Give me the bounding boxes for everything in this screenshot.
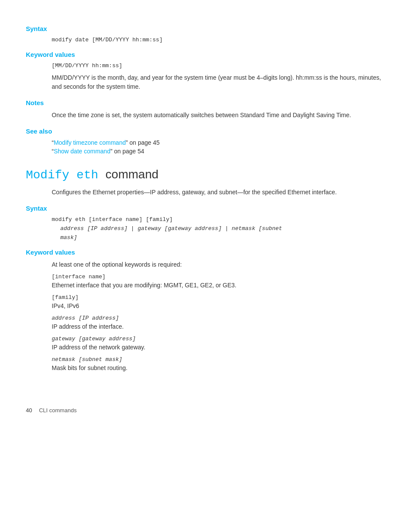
- syntax-section-eth: Syntax modify eth [interface name] [fami…: [26, 205, 385, 241]
- kw-address-code-text: address [IP address]: [52, 315, 119, 321]
- kw-gateway-desc: IP address of the network gateway.: [52, 343, 385, 352]
- keyword-values-section-top: Keyword values [MM/DD/YYYY hh:mm:ss] MM/…: [26, 51, 385, 91]
- notes-section: Notes Once the time zone is set, the sys…: [26, 99, 385, 120]
- kw-gateway-code: gateway [gateway address]: [52, 335, 385, 342]
- notes-body: Once the time zone is set, the system au…: [52, 111, 385, 120]
- see-also-item-2: “Show date command” on page 54: [52, 148, 385, 155]
- keyword-values-section-eth: Keyword values At least one of the optio…: [26, 249, 385, 373]
- footer-page-number: 40: [26, 407, 32, 414]
- footer: 40 CLI commands: [26, 407, 385, 414]
- kw-netmask-code: netmask [subnet mask]: [52, 355, 385, 363]
- syntax-heading-top: Syntax: [26, 25, 385, 32]
- see-also-page-1: ” on page 45: [126, 139, 160, 146]
- notes-heading: Notes: [26, 99, 385, 106]
- kw-address-desc: IP address of the interface.: [52, 322, 385, 331]
- footer-label: CLI commands: [39, 407, 76, 414]
- syntax-code-eth-line3: mask]: [60, 234, 385, 241]
- kw-family-code: [family]: [52, 293, 385, 301]
- see-also-link-1[interactable]: Modify timezone command: [54, 139, 126, 146]
- heading-code-part: Modify eth: [26, 168, 98, 182]
- syntax-code-eth-line2: address [IP address] | gateway [gateway …: [60, 225, 385, 232]
- see-also-page-2: ” on page 54: [110, 148, 144, 155]
- syntax-code-top: modify date [MM/DD/YYYY hh:mm:ss]: [52, 37, 385, 43]
- see-also-link-2[interactable]: Show date command: [54, 148, 111, 155]
- see-also-section: See also “Modify timezone command” on pa…: [26, 128, 385, 155]
- main-command-intro: Configures the Ethernet properties—IP ad…: [52, 188, 385, 197]
- keyword-values-body-top: MM/DD/YYYY is the month, day, and year f…: [52, 73, 385, 91]
- see-also-heading: See also: [26, 128, 385, 135]
- main-command-section: Modify eth command Configures the Ethern…: [26, 168, 385, 197]
- keyword-values-heading-eth: Keyword values: [26, 249, 385, 256]
- kw-family-desc: IPv4, IPv6: [52, 302, 385, 311]
- keyword-values-heading-top: Keyword values: [26, 51, 385, 58]
- kw-interface-code-text: [interface name]: [52, 274, 106, 280]
- kw-netmask-code-text: netmask [subnet mask]: [52, 356, 122, 363]
- heading-regular-part: command: [106, 168, 159, 181]
- syntax-heading-eth: Syntax: [26, 205, 385, 212]
- syntax-code-eth-line1: modify eth [interface name] [family]: [52, 216, 385, 223]
- main-command-heading: Modify eth command: [26, 168, 385, 182]
- kw-interface-name-desc: Ethernet interface that you are modifyin…: [52, 281, 385, 290]
- kw-netmask-desc: Mask bits for subnet routing.: [52, 364, 385, 373]
- kw-gateway-code-text: gateway [gateway address]: [52, 336, 136, 342]
- keyword-values-code-top: [MM/DD/YYYY hh:mm:ss]: [52, 62, 385, 69]
- kw-family-code-text: [family]: [52, 294, 78, 301]
- keyword-intro: At least one of the optional keywords is…: [52, 260, 385, 269]
- kw-address-code: address [IP address]: [52, 314, 385, 321]
- syntax-section-top: Syntax modify date [MM/DD/YYYY hh:mm:ss]: [26, 25, 385, 43]
- kw-interface-name-code: [interface name]: [52, 273, 385, 280]
- see-also-item-1: “Modify timezone command” on page 45: [52, 139, 385, 146]
